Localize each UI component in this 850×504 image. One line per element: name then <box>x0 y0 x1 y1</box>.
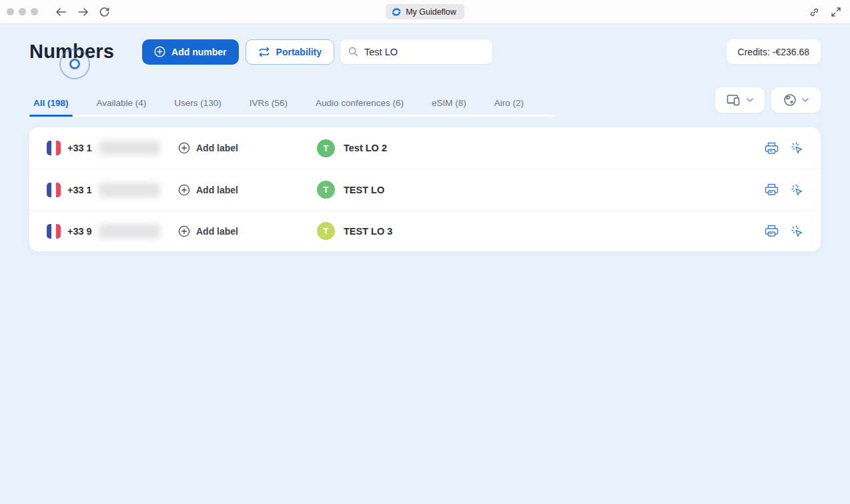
chevron-down-icon <box>747 98 753 102</box>
table-row[interactable]: +33 1 Add label T TEST LO <box>29 169 821 210</box>
search-icon <box>348 46 358 57</box>
window-dot <box>7 8 14 15</box>
globe-icon <box>783 93 797 107</box>
france-flag-icon <box>47 224 61 239</box>
tab-available[interactable]: Available (4) <box>93 98 151 117</box>
window-dot <box>19 8 26 15</box>
credits-badge: Credits: -€236.68 <box>727 39 821 64</box>
magic-cursor-icon[interactable] <box>790 225 803 238</box>
devices-icon <box>727 94 741 106</box>
search-input[interactable] <box>364 47 484 57</box>
print-icon[interactable] <box>765 183 779 196</box>
plus-circle-icon <box>178 225 190 237</box>
tab-all[interactable]: All (198) <box>29 98 73 117</box>
add-label-button[interactable]: Add label <box>178 225 317 237</box>
plus-circle-icon <box>178 142 190 154</box>
window-dot <box>31 8 38 15</box>
tab-audio-conferences[interactable]: Audio conferences (6) <box>312 98 408 117</box>
phone-prefix: +33 9 <box>67 226 92 237</box>
plus-circle-icon <box>178 184 190 196</box>
add-number-label: Add number <box>171 47 226 57</box>
portability-label: Portability <box>276 47 322 57</box>
tab-users[interactable]: Users (130) <box>170 98 226 117</box>
add-label-button[interactable]: Add label <box>178 184 317 196</box>
number-name: TEST LO 3 <box>344 226 392 237</box>
tab-esim[interactable]: eSIM (8) <box>428 98 470 117</box>
tabs-bar: All (198) Available (4) Users (130) IVRs… <box>29 98 528 117</box>
forward-icon[interactable] <box>77 7 89 17</box>
add-label-text: Add label <box>196 226 238 237</box>
number-name: TEST LO <box>344 185 384 195</box>
print-icon[interactable] <box>765 142 779 155</box>
numbers-table: +33 1 Add label T Test LO 2 <box>29 127 821 251</box>
guideflow-logo-icon <box>392 7 401 17</box>
search-field[interactable] <box>340 39 493 65</box>
page-title: Numbers <box>29 41 114 63</box>
browser-tab-title: My Guideflow <box>406 7 456 17</box>
add-label-text: Add label <box>196 185 238 195</box>
phone-prefix: +33 1 <box>67 143 92 153</box>
redacted-number <box>99 141 160 155</box>
window-controls <box>7 8 38 15</box>
device-filter-dropdown[interactable] <box>715 87 765 113</box>
add-label-button[interactable]: Add label <box>178 142 317 154</box>
browser-chrome: My Guideflow <box>0 0 850 24</box>
numbers-page: Numbers Add number Portability Credits: … <box>0 24 850 504</box>
tab-ivrs[interactable]: IVRs (56) <box>246 98 292 117</box>
reload-icon[interactable] <box>99 7 109 17</box>
avatar: T <box>317 139 335 157</box>
table-row[interactable]: +33 1 Add label T Test LO 2 <box>29 127 821 169</box>
region-filter-dropdown[interactable] <box>771 87 821 113</box>
table-row[interactable]: +33 9 Add label T TEST LO 3 <box>29 210 821 251</box>
avatar: T <box>317 181 335 199</box>
tab-airo[interactable]: Airo (2) <box>490 98 528 117</box>
browser-tab[interactable]: My Guideflow <box>386 4 464 19</box>
magic-cursor-icon[interactable] <box>790 141 803 155</box>
chevron-down-icon <box>802 98 809 102</box>
avatar: T <box>317 222 335 240</box>
add-number-button[interactable]: Add number <box>142 39 238 65</box>
transfer-icon <box>258 47 270 57</box>
plus-circle-icon <box>154 46 165 57</box>
portability-button[interactable]: Portability <box>246 39 334 65</box>
magic-cursor-icon[interactable] <box>790 183 803 197</box>
share-link-icon[interactable] <box>809 7 819 17</box>
redacted-number <box>99 224 160 239</box>
redacted-number <box>99 183 160 197</box>
fullscreen-icon[interactable] <box>831 7 841 17</box>
add-label-text: Add label <box>196 143 238 153</box>
print-icon[interactable] <box>765 225 779 237</box>
france-flag-icon <box>47 183 61 197</box>
phone-prefix: +33 1 <box>67 185 92 195</box>
number-name: Test LO 2 <box>344 143 387 153</box>
france-flag-icon <box>47 141 61 155</box>
back-icon[interactable] <box>55 7 67 17</box>
